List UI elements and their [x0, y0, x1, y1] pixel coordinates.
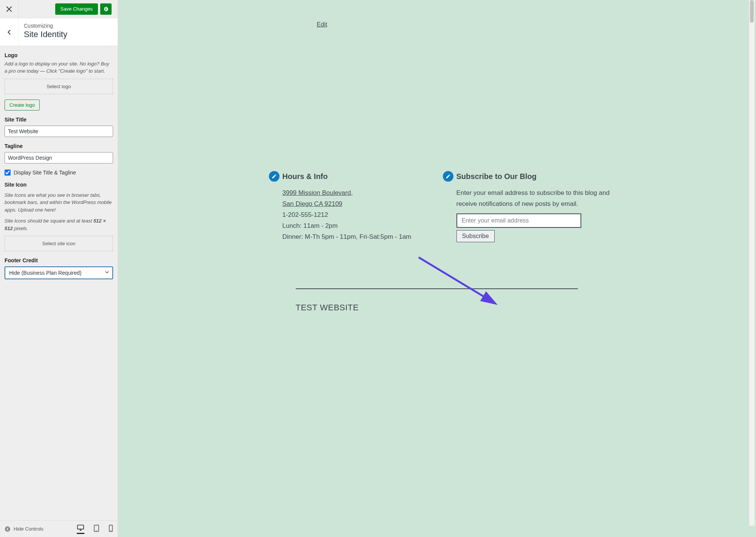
site-icon-label: Site Icon — [5, 182, 113, 188]
customizer-sidebar: Save Changes Customizing Site Identity L… — [0, 0, 118, 537]
phone-text: 1-202-555-1212 — [283, 211, 328, 218]
annotation-arrow-icon — [417, 256, 500, 309]
select-site-icon-button[interactable]: Select site icon — [5, 236, 113, 251]
edit-widget-button[interactable] — [269, 171, 279, 182]
tagline-label: Tagline — [5, 143, 113, 149]
hide-controls-button[interactable]: Hide Controls — [5, 526, 43, 532]
sidebar-top-bar: Save Changes — [0, 0, 118, 18]
svg-point-3 — [96, 530, 97, 531]
subscribe-description: Enter your email address to subscribe to… — [456, 188, 615, 210]
footer-site-title: TEST WEBSITE — [296, 303, 359, 313]
mobile-icon — [109, 525, 113, 532]
svg-line-6 — [419, 257, 493, 302]
site-title-label: Site Title — [5, 117, 113, 123]
tablet-icon — [93, 525, 99, 532]
sidebar-section-header: Customizing Site Identity — [0, 18, 118, 46]
hours-title: Hours & Info — [283, 172, 441, 181]
subscribe-title: Subscribe to Our Blog — [456, 172, 615, 181]
hide-controls-label: Hide Controls — [14, 526, 43, 532]
pencil-icon — [446, 174, 451, 179]
dinner-text: Dinner: M-Th 5pm - 11pm, Fri-Sat:5pm - 1… — [283, 233, 411, 240]
footer-divider — [296, 288, 578, 289]
lunch-text: Lunch: 11am - 2pm — [283, 222, 338, 229]
collapse-icon — [5, 526, 11, 532]
scrollbar-thumb[interactable] — [750, 0, 754, 23]
svg-point-0 — [5, 526, 10, 532]
close-icon — [6, 6, 12, 12]
save-changes-button[interactable]: Save Changes — [55, 3, 98, 15]
create-logo-button[interactable]: Create logo — [5, 100, 40, 111]
tagline-input[interactable] — [5, 152, 113, 163]
edit-widget-button[interactable] — [443, 171, 453, 182]
site-icon-description-1: Site Icons are what you see in browser t… — [5, 191, 113, 214]
preview-scrollbar[interactable] — [749, 0, 754, 526]
subscribe-button[interactable]: Subscribe — [456, 230, 495, 242]
publish-settings-button[interactable] — [100, 3, 112, 15]
pencil-icon — [272, 174, 277, 179]
customizing-label: Customizing — [24, 23, 67, 29]
sidebar-footer: Hide Controls — [0, 520, 118, 537]
display-title-label: Display Site Title & Tagline — [14, 170, 76, 176]
address-line-2[interactable]: San Diego CA 92109 — [283, 200, 343, 207]
subscribe-email-input[interactable] — [456, 213, 581, 228]
footer-credit-label: Footer Credit — [5, 257, 113, 263]
display-title-checkbox[interactable] — [5, 170, 11, 176]
site-title-input[interactable] — [5, 126, 113, 137]
preview-pane[interactable]: Edit Hours & Info 3999 Mission Boulevard… — [118, 0, 756, 537]
hours-info-widget: Hours & Info 3999 Mission Boulevard, San… — [283, 172, 441, 242]
gear-icon — [103, 6, 109, 12]
device-tablet-button[interactable] — [93, 525, 99, 533]
desktop-icon — [77, 524, 84, 531]
close-button[interactable] — [0, 0, 19, 18]
section-title: Site Identity — [24, 30, 67, 39]
select-logo-button[interactable]: Select logo — [5, 79, 113, 94]
logo-description: Add a logo to display on your site. No l… — [5, 61, 113, 75]
site-icon-description-2: Site Icons should be square and at least… — [5, 217, 113, 232]
svg-point-5 — [110, 530, 111, 531]
device-desktop-button[interactable] — [77, 524, 84, 534]
svg-rect-1 — [78, 525, 84, 529]
back-button[interactable] — [0, 18, 19, 46]
device-mobile-button[interactable] — [109, 525, 113, 533]
address-line-1[interactable]: 3999 Mission Boulevard, — [283, 189, 353, 196]
footer-credit-select[interactable]: Hide (Business Plan Required) — [5, 266, 113, 279]
sidebar-controls: Logo Add a logo to display on your site.… — [0, 46, 118, 520]
subscribe-widget: Subscribe to Our Blog Enter your email a… — [456, 172, 615, 242]
logo-label: Logo — [5, 52, 113, 58]
edit-shortcut-link[interactable]: Edit — [317, 21, 328, 28]
chevron-left-icon — [6, 30, 12, 35]
